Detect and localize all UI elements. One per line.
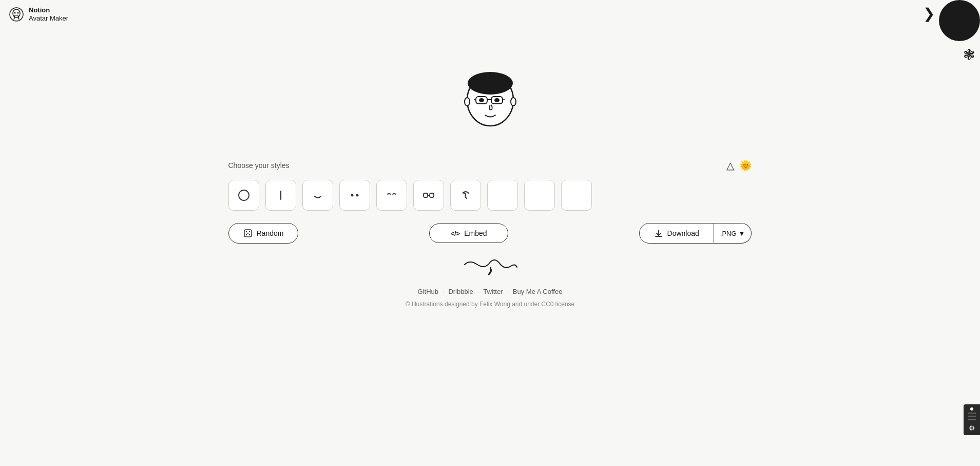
panel-line xyxy=(968,419,976,420)
svg-point-0 xyxy=(10,8,23,21)
controls-area: Choose your styles △ 🌞 xyxy=(208,159,773,288)
controls-header: Choose your styles △ 🌞 xyxy=(228,159,752,172)
app-header: Notion Avatar Maker xyxy=(0,0,76,29)
svg-point-16 xyxy=(465,98,470,106)
controls-icons: △ 🌞 xyxy=(726,159,752,172)
arrow-decoration: ❯ xyxy=(923,5,935,22)
footer-copyright: © Illustrations designed by Felix Wong a… xyxy=(406,301,574,308)
panel-line xyxy=(968,413,976,414)
style-btn-mouth[interactable] xyxy=(302,180,333,211)
action-buttons-row: Random </> Embed Download .PNG ▼ xyxy=(228,223,752,244)
format-selector[interactable]: .PNG ▼ xyxy=(714,223,752,244)
style-btn-hair[interactable] xyxy=(450,180,481,211)
svg-point-8 xyxy=(470,77,511,93)
style-buttons-row xyxy=(228,180,752,211)
app-title-top: Notion xyxy=(29,6,68,14)
choose-styles-label: Choose your styles xyxy=(228,161,290,170)
footer-separator: · xyxy=(507,288,508,295)
style-btn-eyes[interactable] xyxy=(339,180,370,211)
svg-point-29 xyxy=(248,234,249,235)
style-btn-glasses[interactable] xyxy=(413,180,444,211)
app-title-bottom: Avatar Maker xyxy=(29,14,68,23)
svg-point-20 xyxy=(351,194,353,197)
panel-dot xyxy=(970,407,973,411)
download-button[interactable]: Download xyxy=(639,223,714,244)
signature-svg xyxy=(459,252,521,277)
footer-links: GitHub · Dribbble · Twitter · Buy Me A C… xyxy=(406,288,574,295)
embed-icon: </> xyxy=(450,230,460,237)
footer-link-dribbble[interactable]: Dribbble xyxy=(448,288,473,295)
signature-decoration xyxy=(228,252,752,277)
right-side-panel: ⚙ xyxy=(964,404,980,435)
style-btn-nose[interactable] xyxy=(265,180,296,211)
svg-point-28 xyxy=(245,234,246,235)
download-group: Download .PNG ▼ xyxy=(639,223,752,244)
svg-point-4 xyxy=(14,12,16,14)
svg-point-18 xyxy=(239,190,249,200)
svg-point-14 xyxy=(479,98,484,102)
random-button[interactable]: Random xyxy=(228,223,299,244)
gear-icon[interactable]: ⚙ xyxy=(969,424,975,432)
main-content: Choose your styles △ 🌞 xyxy=(0,0,980,308)
footer: GitHub · Dribbble · Twitter · Buy Me A C… xyxy=(406,288,574,308)
app-title: Notion Avatar Maker xyxy=(29,6,68,22)
svg-point-27 xyxy=(248,231,249,232)
svg-rect-23 xyxy=(430,193,434,197)
app-logo xyxy=(8,6,25,23)
svg-point-26 xyxy=(245,231,246,232)
palette-icon[interactable]: 🌞 xyxy=(739,159,752,172)
svg-point-15 xyxy=(494,98,499,102)
download-icon xyxy=(654,229,663,238)
triangle-icon[interactable]: △ xyxy=(726,159,734,172)
svg-point-21 xyxy=(356,194,358,197)
circle-decoration xyxy=(939,0,980,41)
style-btn-eyebrows[interactable] xyxy=(376,180,407,211)
svg-rect-22 xyxy=(424,193,428,197)
svg-point-30 xyxy=(247,233,248,234)
svg-point-1 xyxy=(13,9,20,17)
footer-link-github[interactable]: GitHub xyxy=(418,288,438,295)
footer-link-coffee[interactable]: Buy Me A Coffee xyxy=(513,288,563,295)
dice-icon xyxy=(243,229,253,238)
panel-line xyxy=(968,416,976,417)
footer-link-twitter[interactable]: Twitter xyxy=(483,288,503,295)
chevron-down-icon: ▼ xyxy=(739,230,745,237)
embed-button[interactable]: </> Embed xyxy=(429,223,508,243)
avatar-svg xyxy=(449,57,531,139)
style-btn-extra2[interactable] xyxy=(524,180,555,211)
style-btn-extra3[interactable] xyxy=(561,180,592,211)
avatar-display xyxy=(444,51,536,144)
svg-point-17 xyxy=(511,98,516,106)
style-btn-extra1[interactable] xyxy=(487,180,518,211)
svg-point-5 xyxy=(17,12,19,14)
footer-separator: · xyxy=(477,288,479,295)
spiral-decoration: ❃ xyxy=(963,46,975,63)
style-btn-face[interactable] xyxy=(228,180,259,211)
footer-separator: · xyxy=(443,288,444,295)
top-right-decoration: ❯ xyxy=(923,0,980,41)
